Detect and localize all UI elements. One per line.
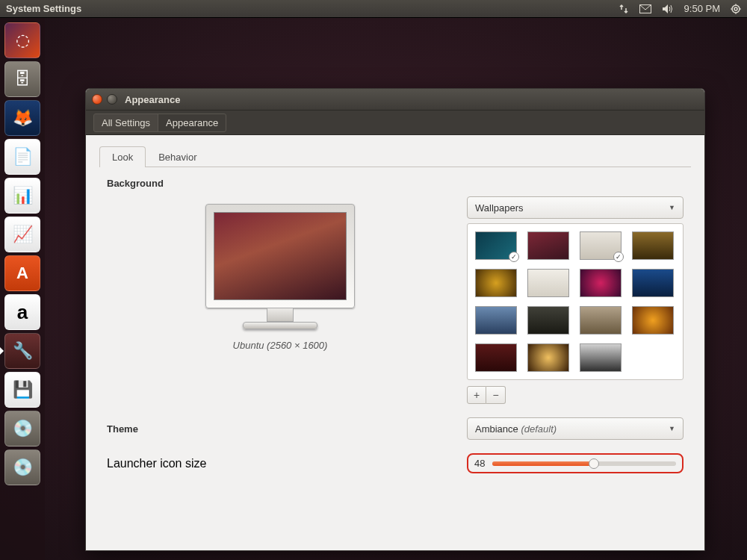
launcher-size-value: 48	[474, 458, 485, 469]
wallpaper-grid: ✓✓	[475, 231, 675, 372]
theme-label: Theme	[107, 423, 138, 435]
wallpaper-thumb[interactable]	[580, 343, 622, 372]
menubar-title: System Settings	[6, 3, 81, 14]
check-icon: ✓	[613, 252, 624, 262]
launcher: ◌🗄🦊📄📊📈Aa🔧💾💿💿	[0, 18, 45, 560]
minimize-button[interactable]	[107, 94, 117, 105]
wallpaper-buttons: + −	[467, 386, 684, 404]
chevron-down-icon: ▼	[669, 425, 675, 432]
wallpaper-thumb[interactable]	[527, 306, 569, 335]
save-icon[interactable]: 💾	[4, 372, 40, 408]
files-icon[interactable]: 🗄	[4, 61, 40, 97]
window-title: Appearance	[125, 94, 180, 105]
wallpaper-thumb[interactable]	[632, 269, 674, 297]
wallpaper-thumb[interactable]	[580, 269, 622, 297]
wallpaper-column: Wallpapers ▼ ✓✓ + −	[467, 196, 684, 404]
launcher-size-label: Launcher icon size	[107, 457, 206, 470]
preview-column: Ubuntu (2560 × 1600)	[107, 196, 453, 404]
wallpaper-thumb[interactable]	[527, 269, 569, 297]
theme-value: Ambiance (default)	[475, 423, 557, 435]
content-area: Look Behavior Background Ubuntu (2560 × …	[86, 135, 704, 550]
breadcrumb-appearance[interactable]: Appearance	[158, 113, 226, 132]
slider-fill	[492, 461, 593, 466]
tab-behavior[interactable]: Behavior	[146, 146, 209, 167]
impress-icon[interactable]: 📈	[4, 217, 40, 252]
indicator-area: 9:50 PM	[619, 3, 741, 14]
network-icon[interactable]	[619, 4, 629, 14]
monitor-base	[243, 322, 317, 329]
power-icon[interactable]	[731, 4, 741, 14]
chevron-down-icon: ▼	[669, 204, 675, 211]
wallpaper-thumb[interactable]	[475, 269, 517, 297]
clock[interactable]: 9:50 PM	[684, 3, 720, 14]
monitor-stand	[267, 308, 294, 322]
menubar: System Settings 9:50 PM	[0, 0, 747, 18]
add-wallpaper-button[interactable]: +	[467, 386, 486, 404]
breadcrumb-all-settings[interactable]: All Settings	[93, 113, 158, 132]
svg-point-1	[732, 5, 740, 13]
launcher-size-row: Launcher icon size 48	[107, 453, 684, 473]
slider-thumb[interactable]	[589, 458, 599, 469]
wallpaper-thumb[interactable]	[475, 343, 517, 372]
wallpaper-thumb[interactable]	[632, 231, 674, 260]
software-center-icon[interactable]: A	[4, 255, 40, 291]
dash-icon[interactable]: ◌	[4, 22, 40, 58]
writer-icon[interactable]: 📄	[4, 139, 40, 175]
launcher-size-slider[interactable]	[492, 461, 676, 466]
close-button[interactable]	[92, 94, 102, 105]
firefox-icon[interactable]: 🦊	[4, 100, 40, 136]
settings-icon[interactable]: 🔧	[4, 333, 40, 369]
mail-icon[interactable]	[639, 4, 651, 13]
wallpaper-thumb[interactable]: ✓	[580, 231, 622, 260]
wallpaper-thumb[interactable]: ✓	[475, 231, 517, 260]
calc-icon[interactable]: 📊	[4, 178, 40, 214]
check-icon: ✓	[509, 252, 519, 262]
launcher-size-highlight: 48	[467, 453, 684, 473]
theme-combo[interactable]: Ambiance (default) ▼	[467, 417, 684, 440]
sound-icon[interactable]	[662, 4, 674, 14]
remove-wallpaper-button[interactable]: −	[486, 386, 506, 404]
background-label: Background	[107, 178, 684, 189]
screen-preview	[214, 212, 347, 300]
breadcrumb-bar: All Settings Appearance	[86, 110, 704, 135]
wallpaper-thumb[interactable]	[475, 306, 517, 335]
dvd-icon-2[interactable]: 💿	[4, 449, 40, 485]
wallpaper-thumb[interactable]	[632, 306, 674, 335]
dvd-icon-1[interactable]: 💿	[4, 411, 40, 447]
tabstrip: Look Behavior	[99, 146, 691, 167]
appearance-window: Appearance All Settings Appearance Look …	[85, 88, 705, 551]
svg-point-2	[734, 7, 737, 10]
wallpaper-source-value: Wallpapers	[475, 202, 524, 214]
wallpaper-thumb[interactable]	[580, 306, 622, 335]
tab-look[interactable]: Look	[99, 146, 146, 167]
amazon-icon[interactable]: a	[4, 294, 40, 330]
monitor-preview	[205, 204, 355, 308]
wallpaper-grid-container: ✓✓	[467, 223, 684, 380]
titlebar[interactable]: Appearance	[86, 89, 704, 110]
wallpaper-thumb[interactable]	[527, 343, 569, 372]
wallpaper-thumb[interactable]	[527, 231, 569, 260]
background-row: Ubuntu (2560 × 1600) Wallpapers ▼ ✓✓ + −	[107, 196, 684, 404]
look-panel: Background Ubuntu (2560 × 1600) Wallpape…	[99, 167, 691, 484]
theme-row: Theme Ambiance (default) ▼	[107, 417, 684, 440]
wallpaper-caption: Ubuntu (2560 × 1600)	[233, 340, 328, 351]
wallpaper-source-combo[interactable]: Wallpapers ▼	[467, 196, 684, 219]
